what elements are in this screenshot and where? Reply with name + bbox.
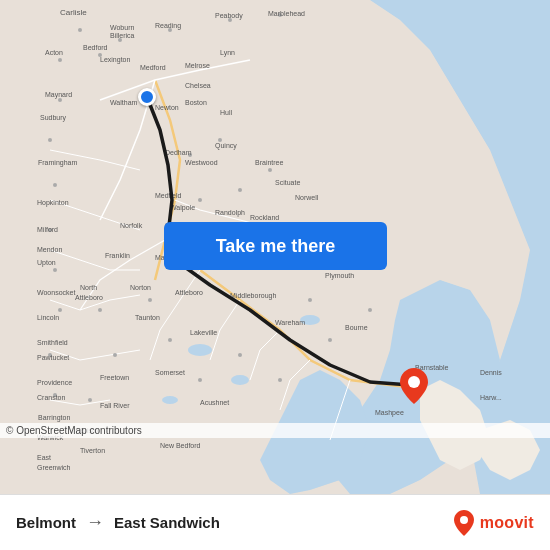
svg-text:North: North	[80, 284, 97, 291]
svg-point-20	[98, 308, 102, 312]
svg-text:Woonsocket: Woonsocket	[37, 289, 75, 296]
take-me-there-button[interactable]: Take me there	[164, 222, 387, 270]
svg-text:Franklin: Franklin	[105, 252, 130, 259]
svg-point-2	[231, 375, 249, 385]
svg-text:Lexington: Lexington	[100, 56, 130, 64]
svg-point-31	[368, 308, 372, 312]
svg-text:Newton: Newton	[155, 104, 179, 111]
svg-text:Wareham: Wareham	[275, 319, 305, 326]
svg-text:Reading: Reading	[155, 22, 181, 30]
svg-text:Bedford: Bedford	[83, 44, 108, 51]
copyright-text: © OpenStreetMap contributors	[0, 423, 550, 438]
svg-text:Framingham: Framingham	[38, 159, 77, 167]
svg-text:Norwell: Norwell	[295, 194, 319, 201]
svg-text:Boston: Boston	[185, 99, 207, 106]
svg-text:Fall River: Fall River	[100, 402, 130, 409]
svg-text:Tiverton: Tiverton	[80, 447, 105, 454]
svg-text:Medford: Medford	[140, 64, 166, 71]
svg-text:Upton: Upton	[37, 259, 56, 267]
svg-point-30	[328, 338, 332, 342]
destination-pin	[400, 368, 428, 404]
svg-text:Harw...: Harw...	[480, 394, 502, 401]
map-container: Carlisle Billerica Reading Peabody Marbl…	[0, 0, 550, 494]
svg-text:Bourne: Bourne	[345, 324, 368, 331]
svg-text:Providence: Providence	[37, 379, 72, 386]
route-destination: East Sandwich	[114, 514, 220, 531]
svg-text:Somerset: Somerset	[155, 369, 185, 376]
svg-text:Rockland: Rockland	[250, 214, 279, 221]
svg-text:New Bedford: New Bedford	[160, 442, 201, 449]
svg-text:Lakeville: Lakeville	[190, 329, 217, 336]
origin-pin	[138, 88, 156, 106]
moovit-branding: moovit	[454, 510, 534, 536]
svg-point-109	[460, 516, 468, 524]
svg-text:Braintree: Braintree	[255, 159, 284, 166]
svg-text:Cranston: Cranston	[37, 394, 66, 401]
svg-text:Sudbury: Sudbury	[40, 114, 67, 122]
svg-point-12	[58, 98, 62, 102]
svg-text:Hull: Hull	[220, 109, 233, 116]
svg-point-16	[53, 268, 57, 272]
svg-point-27	[278, 378, 282, 382]
svg-point-21	[113, 353, 117, 357]
svg-text:Barrington: Barrington	[38, 414, 70, 422]
svg-text:Smithfield: Smithfield	[37, 339, 68, 346]
svg-text:Mashpee: Mashpee	[375, 409, 404, 417]
svg-text:Woburn: Woburn	[110, 24, 134, 31]
svg-text:Randolph: Randolph	[215, 209, 245, 217]
svg-text:Maynard: Maynard	[45, 91, 72, 99]
svg-point-10	[58, 58, 62, 62]
svg-point-35	[238, 188, 242, 192]
svg-text:Marblehead: Marblehead	[268, 10, 305, 17]
svg-text:Mendon: Mendon	[37, 246, 62, 253]
svg-text:Scituate: Scituate	[275, 179, 300, 186]
svg-text:Taunton: Taunton	[135, 314, 160, 321]
svg-text:Greenwich: Greenwich	[37, 464, 71, 471]
svg-text:Lynn: Lynn	[220, 49, 235, 57]
svg-point-108	[408, 376, 420, 388]
bottom-bar: Belmont → East Sandwich moovit	[0, 494, 550, 550]
svg-point-3	[162, 396, 178, 404]
svg-point-23	[148, 298, 152, 302]
svg-point-26	[238, 353, 242, 357]
svg-text:Carlisle: Carlisle	[60, 8, 87, 17]
svg-point-1	[188, 344, 212, 356]
svg-text:Chelsea: Chelsea	[185, 82, 211, 89]
route-arrow-icon: →	[86, 512, 104, 533]
svg-text:Acton: Acton	[45, 49, 63, 56]
svg-point-13	[48, 138, 52, 142]
svg-text:Medfield: Medfield	[155, 192, 182, 199]
svg-point-5	[78, 28, 82, 32]
svg-text:Attleboro: Attleboro	[75, 294, 103, 301]
svg-text:Acushnet: Acushnet	[200, 399, 229, 406]
svg-text:Walpole: Walpole	[170, 204, 195, 212]
svg-text:Westwood: Westwood	[185, 159, 218, 166]
svg-point-24	[168, 338, 172, 342]
svg-text:Peabody: Peabody	[215, 12, 243, 20]
svg-text:Milford: Milford	[37, 226, 58, 233]
svg-text:Pawtucket: Pawtucket	[37, 354, 69, 361]
svg-text:Waltham: Waltham	[110, 99, 138, 106]
svg-text:Attleboro: Attleboro	[175, 289, 203, 296]
svg-text:Freetown: Freetown	[100, 374, 129, 381]
svg-text:Lincoln: Lincoln	[37, 314, 59, 321]
svg-text:Plymouth: Plymouth	[325, 272, 354, 280]
moovit-logo-icon	[454, 510, 474, 536]
svg-text:Dedham: Dedham	[165, 149, 192, 156]
svg-text:East: East	[37, 454, 51, 461]
svg-point-25	[198, 378, 202, 382]
svg-text:Norton: Norton	[130, 284, 151, 291]
svg-text:Billerica: Billerica	[110, 32, 135, 39]
svg-text:Hopkinton: Hopkinton	[37, 199, 69, 207]
svg-text:Middleborough: Middleborough	[230, 292, 276, 300]
moovit-text: moovit	[480, 514, 534, 532]
svg-point-17	[58, 308, 62, 312]
route-origin: Belmont	[16, 514, 76, 531]
svg-point-36	[268, 168, 272, 172]
svg-text:Quincy: Quincy	[215, 142, 237, 150]
svg-text:Norfolk: Norfolk	[120, 222, 143, 229]
svg-point-14	[53, 183, 57, 187]
svg-point-28	[308, 298, 312, 302]
svg-point-22	[88, 398, 92, 402]
svg-point-34	[198, 198, 202, 202]
